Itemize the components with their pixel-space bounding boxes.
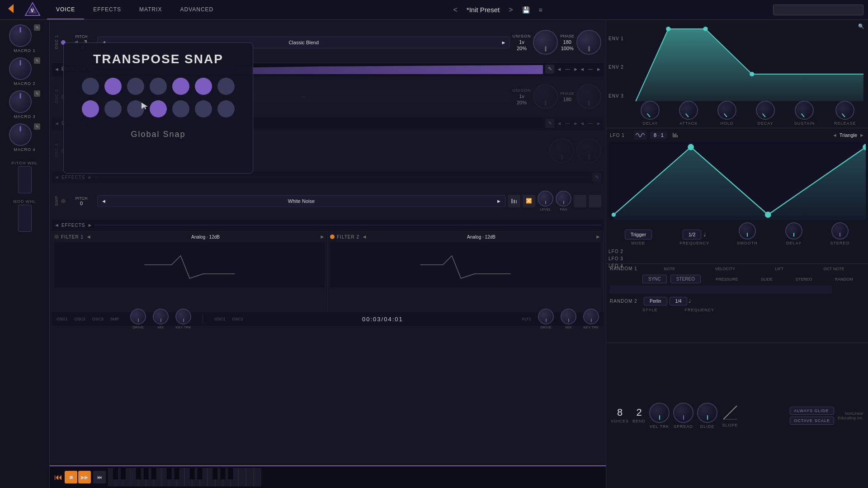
smp-level-knob[interactable] [538, 191, 553, 206]
macro1-knob[interactable] [9, 24, 32, 47]
filter2-next[interactable]: ► [595, 234, 601, 240]
osc1-unison-val[interactable]: 1v [519, 39, 524, 45]
lfo1-shape-prev[interactable]: ◄ [832, 132, 837, 138]
lfo-mode-btn[interactable]: Trigger [625, 230, 652, 239]
transport-play2[interactable]: ▶▶ [78, 471, 91, 483]
osc1-phase-pct[interactable]: 100% [561, 46, 574, 51]
note-dot-6[interactable] [195, 78, 212, 95]
osc2-unison-val[interactable]: 1v [519, 94, 524, 99]
transport-back[interactable]: ⏮ [54, 473, 62, 482]
smooth-knob[interactable] [739, 222, 756, 239]
macro4-knob[interactable] [9, 123, 32, 146]
random-style-val[interactable]: Perlin [644, 297, 667, 305]
bend-num[interactable]: 2 [636, 408, 642, 418]
macro3-knob[interactable] [9, 90, 32, 113]
preset-prev[interactable]: < [453, 6, 458, 14]
osc2-phase-knob[interactable] [576, 84, 601, 109]
filter2-dot[interactable] [330, 235, 335, 239]
always-glide-btn[interactable]: ALWAYS GLIDE [790, 407, 834, 415]
osc1-effects-prev[interactable]: ◄ [54, 66, 59, 72]
lfo-freq-val[interactable]: 1/2 [683, 230, 701, 239]
macro1-pencil[interactable]: ✎ [34, 24, 40, 31]
stereo-lfo-knob[interactable] [831, 222, 849, 239]
note-dot-13[interactable] [195, 100, 212, 117]
macro4-pencil[interactable]: ✎ [34, 123, 40, 130]
keytrk-knob2[interactable] [583, 309, 599, 324]
filter1-prev[interactable]: ◄ [86, 234, 91, 240]
osc1-mod-prev[interactable]: ◄ [557, 66, 561, 72]
search-bar[interactable] [773, 5, 863, 15]
mix-knob[interactable] [153, 309, 169, 324]
osc1-mod-next2[interactable]: ► [596, 66, 601, 72]
hold-knob[interactable] [717, 101, 736, 120]
drive-knob2[interactable] [538, 309, 554, 324]
osc1-phase-knob[interactable] [576, 30, 601, 55]
back-button[interactable] [5, 2, 18, 18]
menu-icon[interactable]: ≡ [539, 6, 542, 14]
note-dot-14[interactable] [217, 100, 235, 117]
smp-rec[interactable] [574, 195, 586, 207]
random-stereo-btn[interactable]: STEREO [670, 275, 701, 283]
drive-knob[interactable] [130, 309, 146, 324]
osc1-mod-next[interactable]: ► [573, 66, 578, 72]
release-knob[interactable] [835, 101, 854, 120]
smp-enabled[interactable] [61, 199, 66, 203]
tab-effects[interactable]: EFFECTS [84, 0, 130, 19]
smp-icon2[interactable]: 🔀 [523, 195, 535, 207]
smp-arrow[interactable] [589, 195, 601, 207]
macro3-pencil[interactable]: ✎ [34, 90, 40, 97]
osc2-effects-prev[interactable]: ◄ [54, 121, 59, 126]
note-dot-12[interactable] [172, 100, 189, 117]
delay-lfo-knob[interactable] [785, 222, 802, 239]
tab-matrix[interactable]: MATRIX [130, 0, 171, 19]
octave-scale-btn[interactable]: OCTAVE SCALE [790, 417, 834, 425]
save-icon[interactable]: 💾 [522, 6, 530, 14]
note-dot-3[interactable] [127, 78, 144, 95]
osc1-unison-pct[interactable]: 20% [517, 46, 527, 51]
random-bar1[interactable] [610, 286, 832, 294]
macro2-pencil[interactable]: ✎ [34, 57, 40, 64]
note-dot-10[interactable] [127, 100, 144, 117]
smp-pan-knob[interactable] [556, 191, 571, 206]
preset-next[interactable]: > [509, 6, 513, 14]
pitch-wheel[interactable] [18, 166, 32, 193]
osc1-next-arrow[interactable]: ► [501, 40, 506, 45]
random-sync-btn[interactable]: SYNC [642, 275, 667, 283]
filter2-type[interactable]: Analog · 12dB [369, 235, 593, 239]
note-dot-2[interactable] [104, 78, 122, 95]
spread-knob[interactable] [673, 403, 693, 423]
tab-advanced[interactable]: ADVANCED [171, 0, 222, 19]
tab-voice[interactable]: VOICE [47, 0, 84, 19]
glide-knob[interactable] [697, 403, 717, 423]
random-freq2-val[interactable]: 1/4 [670, 297, 688, 305]
mix-knob2[interactable] [561, 309, 576, 324]
decay-knob[interactable] [756, 101, 775, 120]
osc3-knob1[interactable] [549, 138, 574, 163]
filter2-prev[interactable]: ◄ [362, 234, 367, 240]
smp-preset-selector[interactable]: ◄ White Noise ► [97, 195, 505, 207]
delay-knob[interactable] [641, 101, 660, 120]
lfo1-shape-next[interactable]: ► [859, 132, 864, 138]
attack-knob[interactable] [679, 101, 698, 120]
filter1-next[interactable]: ► [320, 234, 325, 240]
osc2-phase-val[interactable]: 180 [563, 97, 571, 102]
mod-wheel[interactable] [18, 205, 32, 232]
osc1-phase-val[interactable]: 180 [563, 39, 571, 45]
note-dot-4[interactable] [150, 78, 167, 95]
sustain-knob[interactable] [795, 101, 814, 120]
osc3-knob2[interactable] [576, 138, 601, 163]
env-search-icon[interactable]: 🔍 [858, 23, 864, 29]
smp-prev[interactable]: ◄ [101, 198, 106, 204]
note-dot-8[interactable] [82, 100, 99, 117]
note-dot-9[interactable] [104, 100, 122, 117]
note-dot-7[interactable] [217, 78, 235, 95]
smp-icon1[interactable] [508, 195, 520, 207]
note-dot-5[interactable] [172, 78, 189, 95]
filter1-dot[interactable] [54, 235, 59, 239]
osc1-mod-prev2[interactable]: ◄ [580, 66, 585, 72]
lfo1-wave-icon[interactable] [634, 131, 646, 140]
note-dot-1[interactable] [82, 78, 99, 95]
macro2-knob[interactable] [9, 57, 32, 80]
lfo1-quantize-icon[interactable] [671, 131, 680, 140]
smp-next[interactable]: ► [496, 198, 501, 204]
